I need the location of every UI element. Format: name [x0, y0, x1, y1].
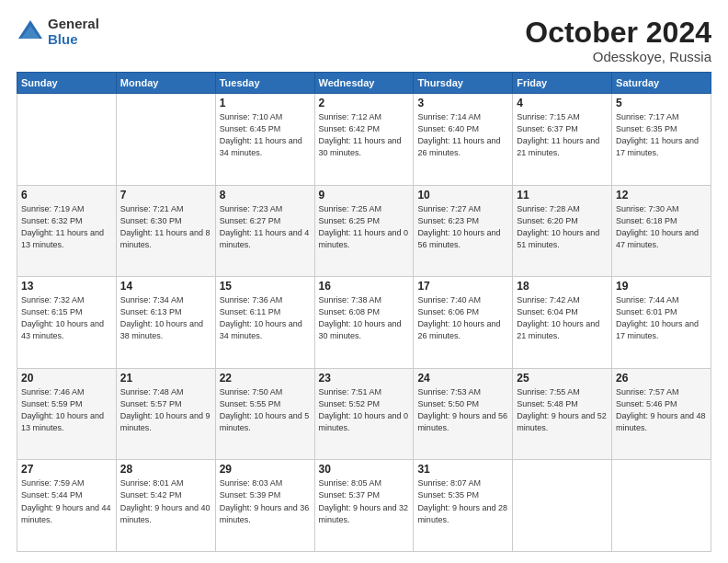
day-number: 6: [21, 189, 112, 201]
calendar-cell-w3-d0: 13Sunrise: 7:32 AM Sunset: 6:15 PM Dayli…: [17, 277, 117, 369]
day-info: Sunrise: 7:25 AM Sunset: 6:25 PM Dayligh…: [319, 203, 410, 251]
calendar-cell-w5-d1: 28Sunrise: 8:01 AM Sunset: 5:42 PM Dayli…: [116, 460, 215, 552]
col-thursday: Thursday: [414, 73, 513, 94]
calendar-cell-w1-d5: 4Sunrise: 7:15 AM Sunset: 6:37 PM Daylig…: [513, 94, 612, 186]
day-info: Sunrise: 7:32 AM Sunset: 6:15 PM Dayligh…: [21, 294, 112, 342]
day-number: 17: [417, 280, 508, 293]
calendar-cell-w3-d6: 19Sunrise: 7:44 AM Sunset: 6:01 PM Dayli…: [612, 277, 711, 369]
calendar-cell-w1-d4: 3Sunrise: 7:14 AM Sunset: 6:40 PM Daylig…: [414, 94, 513, 186]
day-number: 4: [517, 97, 608, 109]
day-number: 2: [319, 97, 410, 109]
day-number: 5: [616, 97, 707, 109]
day-info: Sunrise: 7:53 AM Sunset: 5:50 PM Dayligh…: [417, 386, 508, 434]
day-number: 24: [417, 372, 508, 385]
day-number: 21: [120, 372, 211, 385]
calendar-cell-w3-d2: 15Sunrise: 7:36 AM Sunset: 6:11 PM Dayli…: [215, 277, 314, 369]
logo-text: General Blue: [48, 17, 99, 47]
day-number: 8: [220, 189, 311, 201]
day-number: 22: [220, 372, 311, 385]
calendar-cell-w1-d6: 5Sunrise: 7:17 AM Sunset: 6:35 PM Daylig…: [612, 94, 711, 186]
calendar-cell-w1-d2: 1Sunrise: 7:10 AM Sunset: 6:45 PM Daylig…: [215, 94, 314, 186]
week-row-5: 27Sunrise: 7:59 AM Sunset: 5:44 PM Dayli…: [17, 460, 711, 552]
col-friday: Friday: [513, 73, 612, 94]
day-info: Sunrise: 7:10 AM Sunset: 6:45 PM Dayligh…: [220, 111, 311, 159]
day-info: Sunrise: 7:38 AM Sunset: 6:08 PM Dayligh…: [319, 294, 410, 342]
day-info: Sunrise: 7:34 AM Sunset: 6:13 PM Dayligh…: [120, 294, 211, 342]
day-number: 27: [21, 463, 112, 476]
calendar-cell-w1-d1: [116, 94, 215, 186]
day-number: 11: [517, 189, 608, 201]
day-number: 9: [319, 189, 410, 201]
day-number: 28: [120, 463, 211, 476]
calendar-cell-w4-d5: 25Sunrise: 7:55 AM Sunset: 5:48 PM Dayli…: [513, 368, 612, 460]
calendar-cell-w2-d6: 12Sunrise: 7:30 AM Sunset: 6:18 PM Dayli…: [612, 185, 711, 277]
calendar-cell-w1-d3: 2Sunrise: 7:12 AM Sunset: 6:42 PM Daylig…: [314, 94, 414, 186]
calendar-header-row: Sunday Monday Tuesday Wednesday Thursday…: [17, 73, 711, 94]
day-info: Sunrise: 7:36 AM Sunset: 6:11 PM Dayligh…: [220, 294, 311, 342]
day-number: 13: [21, 280, 112, 293]
logo: General Blue: [17, 17, 99, 47]
calendar-cell-w4-d1: 21Sunrise: 7:48 AM Sunset: 5:57 PM Dayli…: [116, 368, 215, 460]
col-sunday: Sunday: [17, 73, 117, 94]
day-info: Sunrise: 7:40 AM Sunset: 6:06 PM Dayligh…: [417, 294, 508, 342]
day-info: Sunrise: 7:17 AM Sunset: 6:35 PM Dayligh…: [616, 111, 707, 159]
day-number: 19: [616, 280, 707, 293]
day-info: Sunrise: 7:14 AM Sunset: 6:40 PM Dayligh…: [417, 111, 508, 159]
day-info: Sunrise: 7:27 AM Sunset: 6:23 PM Dayligh…: [417, 203, 508, 251]
calendar-cell-w2-d4: 10Sunrise: 7:27 AM Sunset: 6:23 PM Dayli…: [414, 185, 513, 277]
day-info: Sunrise: 7:57 AM Sunset: 5:46 PM Dayligh…: [616, 386, 707, 434]
day-info: Sunrise: 7:50 AM Sunset: 5:55 PM Dayligh…: [220, 386, 311, 434]
day-info: Sunrise: 7:21 AM Sunset: 6:30 PM Dayligh…: [120, 203, 211, 251]
day-number: 7: [120, 189, 211, 201]
calendar-cell-w5-d6: [612, 460, 711, 552]
col-wednesday: Wednesday: [314, 73, 414, 94]
day-number: 29: [220, 463, 311, 476]
day-info: Sunrise: 8:03 AM Sunset: 5:39 PM Dayligh…: [220, 477, 311, 525]
calendar-cell-w2-d1: 7Sunrise: 7:21 AM Sunset: 6:30 PM Daylig…: [116, 185, 215, 277]
calendar-cell-w5-d4: 31Sunrise: 8:07 AM Sunset: 5:35 PM Dayli…: [414, 460, 513, 552]
day-info: Sunrise: 7:51 AM Sunset: 5:52 PM Dayligh…: [319, 386, 410, 434]
calendar-cell-w5-d0: 27Sunrise: 7:59 AM Sunset: 5:44 PM Dayli…: [17, 460, 117, 552]
day-number: 20: [21, 372, 112, 385]
calendar-cell-w5-d3: 30Sunrise: 8:05 AM Sunset: 5:37 PM Dayli…: [314, 460, 414, 552]
calendar-cell-w4-d2: 22Sunrise: 7:50 AM Sunset: 5:55 PM Dayli…: [215, 368, 314, 460]
day-number: 12: [616, 189, 707, 201]
day-number: 30: [319, 463, 410, 476]
location: Odesskoye, Russia: [525, 49, 711, 64]
calendar-cell-w4-d4: 24Sunrise: 7:53 AM Sunset: 5:50 PM Dayli…: [414, 368, 513, 460]
calendar-cell-w4-d0: 20Sunrise: 7:46 AM Sunset: 5:59 PM Dayli…: [17, 368, 117, 460]
day-number: 15: [220, 280, 311, 293]
calendar-cell-w3-d5: 18Sunrise: 7:42 AM Sunset: 6:04 PM Dayli…: [513, 277, 612, 369]
day-number: 23: [319, 372, 410, 385]
day-info: Sunrise: 7:44 AM Sunset: 6:01 PM Dayligh…: [616, 294, 707, 342]
day-info: Sunrise: 7:30 AM Sunset: 6:18 PM Dayligh…: [616, 203, 707, 251]
calendar-cell-w2-d3: 9Sunrise: 7:25 AM Sunset: 6:25 PM Daylig…: [314, 185, 414, 277]
calendar-table: Sunday Monday Tuesday Wednesday Thursday…: [17, 72, 711, 552]
day-info: Sunrise: 7:12 AM Sunset: 6:42 PM Dayligh…: [319, 111, 410, 159]
logo-icon: [17, 18, 44, 46]
calendar-cell-w5-d2: 29Sunrise: 8:03 AM Sunset: 5:39 PM Dayli…: [215, 460, 314, 552]
calendar-cell-w3-d4: 17Sunrise: 7:40 AM Sunset: 6:06 PM Dayli…: [414, 277, 513, 369]
day-info: Sunrise: 7:59 AM Sunset: 5:44 PM Dayligh…: [21, 477, 112, 525]
calendar-cell-w4-d6: 26Sunrise: 7:57 AM Sunset: 5:46 PM Dayli…: [612, 368, 711, 460]
day-info: Sunrise: 8:05 AM Sunset: 5:37 PM Dayligh…: [319, 477, 410, 525]
day-number: 26: [616, 372, 707, 385]
col-tuesday: Tuesday: [215, 73, 314, 94]
day-info: Sunrise: 7:19 AM Sunset: 6:32 PM Dayligh…: [21, 203, 112, 251]
day-number: 1: [220, 97, 311, 109]
day-number: 31: [417, 463, 508, 476]
week-row-2: 6Sunrise: 7:19 AM Sunset: 6:32 PM Daylig…: [17, 185, 711, 277]
calendar-cell-w2-d2: 8Sunrise: 7:23 AM Sunset: 6:27 PM Daylig…: [215, 185, 314, 277]
calendar-cell-w3-d3: 16Sunrise: 7:38 AM Sunset: 6:08 PM Dayli…: [314, 277, 414, 369]
week-row-3: 13Sunrise: 7:32 AM Sunset: 6:15 PM Dayli…: [17, 277, 711, 369]
page: General Blue October 2024 Odesskoye, Rus…: [0, 0, 728, 563]
col-saturday: Saturday: [612, 73, 711, 94]
calendar-cell-w1-d0: [17, 94, 117, 186]
week-row-1: 1Sunrise: 7:10 AM Sunset: 6:45 PM Daylig…: [17, 94, 711, 186]
day-info: Sunrise: 8:07 AM Sunset: 5:35 PM Dayligh…: [417, 477, 508, 525]
day-info: Sunrise: 8:01 AM Sunset: 5:42 PM Dayligh…: [120, 477, 211, 525]
day-number: 25: [517, 372, 608, 385]
logo-general-text: General: [48, 17, 99, 32]
calendar-cell-w3-d1: 14Sunrise: 7:34 AM Sunset: 6:13 PM Dayli…: [116, 277, 215, 369]
month-title: October 2024: [525, 17, 711, 49]
